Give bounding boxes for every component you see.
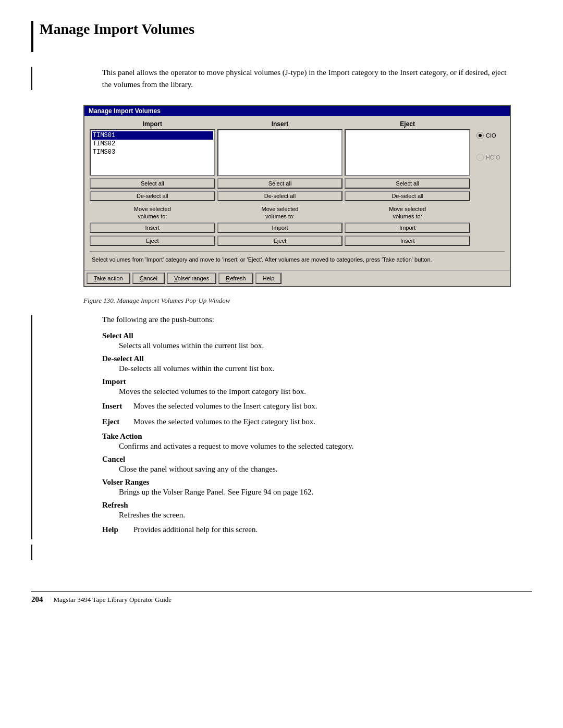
listbox-item[interactable]: TIMS02 (92, 140, 213, 148)
insert-to-eject-button[interactable]: Eject (217, 236, 343, 246)
figure-caption: Figure 130. Manage Import Volumes Pop-Up… (83, 297, 532, 305)
term-def-volser-ranges: Brings up the Volser Range Panel. See Fi… (119, 488, 511, 497)
page-footer: 204 Magstar 3494 Tape Library Operator G… (31, 591, 532, 604)
eject-col-header: Eject (345, 120, 470, 128)
term-label-take-action: Take Action (102, 432, 511, 441)
import-listbox[interactable]: TIMS01 TIMS02 TIMS03 (90, 129, 215, 176)
book-title: Magstar 3494 Tape Library Operator Guide (54, 596, 172, 604)
eject-to-insert-button[interactable]: Insert (345, 236, 470, 246)
eject-listbox[interactable] (345, 129, 470, 176)
insert-col-header: Insert (217, 120, 343, 128)
term-def-take-action: Confirms and activates a request to move… (119, 442, 511, 451)
eject-move-label: Move selectedvolumes to: (345, 205, 470, 220)
listbox-item[interactable]: TIMS01 (92, 131, 213, 140)
term-label-refresh: Refresh (102, 501, 511, 510)
popup-titlebar: Manage Import Volumes (84, 106, 510, 116)
insert-deselect-all-button[interactable]: De-select all (217, 191, 343, 201)
insert-select-all-button[interactable]: Select all (217, 178, 343, 189)
eject-to-import-button[interactable]: Import (345, 223, 470, 233)
term-select-all: Select All Selects all volumes within th… (102, 331, 511, 350)
refresh-label: Refresh (226, 275, 246, 281)
import-deselect-all-button[interactable]: De-select all (90, 191, 215, 201)
listbox-item[interactable]: TIMS03 (92, 148, 213, 156)
term-label-cancel: Cancel (102, 455, 511, 464)
insert-to-import-button[interactable]: Import (217, 223, 343, 233)
cancel-button[interactable]: Cancel (132, 273, 165, 284)
import-move-label: Move selectedvolumes to: (90, 205, 215, 220)
term-def-help: Provides additional help for this screen… (133, 524, 258, 536)
term-label-insert: Insert (102, 400, 133, 412)
term-help: Help Provides additional help for this s… (102, 524, 511, 536)
import-to-eject-button[interactable]: Eject (90, 236, 215, 246)
bottom-buttons-bar: Take action Cancel Volser ranges Refresh… (84, 270, 510, 286)
hcio-radio-dot[interactable] (476, 154, 484, 161)
term-label-volser-ranges: Volser Ranges (102, 478, 511, 487)
term-label-import: Import (102, 377, 511, 386)
instructions-text: Select volumes from 'Import' category an… (90, 254, 505, 266)
term-label-help: Help (102, 524, 133, 536)
term-eject: Eject Moves the selected volumes to the … (102, 416, 511, 428)
hcio-label: HCIO (486, 154, 500, 161)
term-refresh: Refresh Refreshes the screen. (102, 501, 511, 520)
import-select-all-button[interactable]: Select all (90, 178, 215, 189)
term-deselect-all: De-select All De-selects all volumes wit… (102, 354, 511, 373)
term-def-cancel: Close the panel without saving any of th… (119, 465, 511, 474)
page-number: 204 (31, 595, 43, 604)
term-def-deselect-all: De-selects all volumes within the curren… (119, 364, 511, 373)
term-cancel: Cancel Close the panel without saving an… (102, 455, 511, 474)
term-take-action: Take Action Confirms and activates a req… (102, 432, 511, 451)
insert-move-label: Move selectedvolumes to: (217, 205, 343, 220)
eject-select-all-button[interactable]: Select all (345, 178, 470, 189)
cancel-label: Cancel (140, 275, 157, 281)
cio-radio-dot[interactable] (476, 132, 484, 139)
intro-text: This panel allows the operator to move p… (102, 67, 511, 90)
import-to-insert-button[interactable]: Insert (90, 223, 215, 233)
term-label-deselect-all: De-select All (102, 354, 511, 363)
take-action-button[interactable]: Take action (87, 273, 130, 284)
help-label: Help (263, 275, 275, 281)
eject-deselect-all-button[interactable]: De-select all (345, 191, 470, 201)
following-text: The following are the push-buttons: (102, 315, 511, 324)
popup-window: Manage Import Volumes Import TIMS01 TIMS… (83, 105, 511, 287)
page-title: Manage Import Volumes (40, 21, 194, 38)
hcio-radio[interactable]: HCIO (476, 154, 505, 161)
help-button[interactable]: Help (255, 273, 282, 284)
term-insert: Insert Moves the selected volumes to the… (102, 400, 511, 412)
take-action-label: Take action (94, 275, 123, 281)
volser-ranges-button[interactable]: Volser ranges (167, 273, 216, 284)
term-def-insert: Moves the selected volumes to the Insert… (133, 400, 317, 412)
refresh-button[interactable]: Refresh (218, 273, 253, 284)
insert-listbox[interactable] (217, 129, 343, 176)
term-def-import: Moves the selected volumes to the Import… (119, 387, 511, 396)
cio-label: CIO (486, 132, 496, 139)
radio-group: CIO HCIO (476, 132, 505, 161)
term-def-eject: Moves the selected volumes to the Eject … (133, 416, 315, 428)
term-import: Import Moves the selected volumes to the… (102, 377, 511, 396)
import-col-header: Import (90, 120, 215, 128)
term-label-select-all: Select All (102, 331, 511, 340)
term-def-select-all: Selects all volumes within the current l… (119, 341, 511, 350)
volser-ranges-label: Volser ranges (174, 275, 209, 281)
term-def-refresh: Refreshes the screen. (119, 511, 511, 520)
term-label-eject: Eject (102, 416, 133, 428)
cio-radio[interactable]: CIO (476, 132, 505, 139)
term-volser-ranges: Volser Ranges Brings up the Volser Range… (102, 478, 511, 497)
